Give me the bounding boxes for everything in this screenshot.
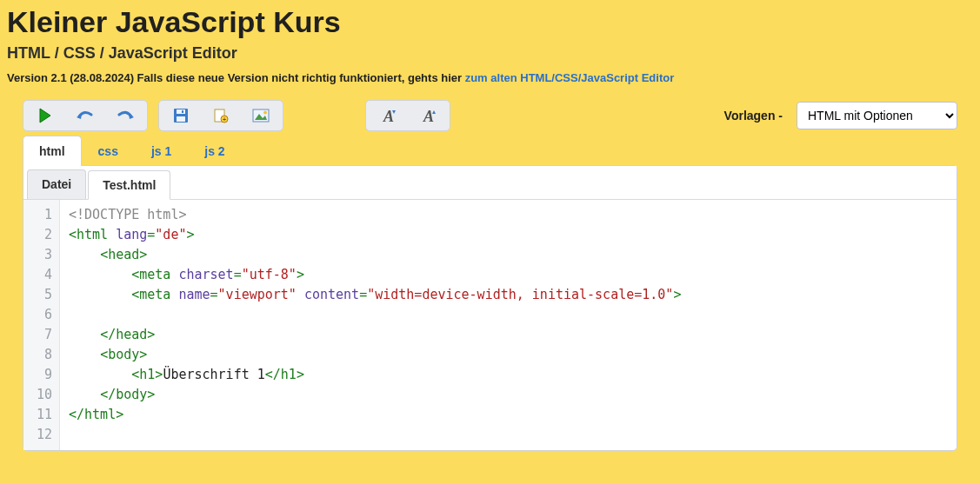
toolbar: + A A Vorlagen - HTML mit Optionen [23, 100, 957, 131]
page-subtitle: HTML / CSS / JavaScript Editor [7, 44, 973, 63]
filetype-tabs: html css js 1 js 2 [23, 135, 957, 165]
redo-icon [116, 109, 135, 122]
line-number: 6 [36, 305, 52, 325]
svg-point-12 [263, 111, 267, 115]
line-number: 1 [36, 205, 52, 225]
svg-text:A: A [383, 108, 394, 124]
line-number: 4 [36, 265, 52, 285]
tab-html[interactable]: html [23, 136, 82, 166]
font-increase-icon: A [418, 107, 437, 124]
line-gutter: 1 2 3 4 5 6 7 8 9 10 11 12 [23, 200, 60, 450]
line-number: 10 [36, 385, 52, 405]
tab-css[interactable]: css [82, 136, 135, 166]
redo-button[interactable] [105, 103, 145, 129]
line-number: 11 [36, 405, 52, 425]
font-decrease-button[interactable]: A [368, 103, 408, 129]
run-button[interactable] [25, 103, 65, 129]
file-tab-current[interactable]: Test.html [88, 170, 170, 200]
new-file-button[interactable]: + [201, 103, 241, 129]
line-number: 7 [36, 325, 52, 345]
line-number: 5 [36, 285, 52, 305]
code-line: <!DOCTYPE html> [69, 207, 186, 222]
svg-rect-5 [177, 116, 185, 122]
templates-select[interactable]: HTML mit Optionen [797, 102, 957, 129]
line-number: 2 [36, 225, 52, 245]
file-tabs: Datei Test.html [23, 166, 957, 200]
page-title: Kleiner JavaScript Kurs [7, 5, 973, 39]
tab-js2[interactable]: js 2 [188, 136, 241, 166]
image-button[interactable] [241, 103, 281, 129]
new-file-icon: + [213, 108, 229, 123]
code-line: Überschrift 1 [163, 367, 264, 382]
font-decrease-icon: A [378, 107, 397, 124]
line-number: 3 [36, 245, 52, 265]
svg-rect-4 [177, 109, 185, 114]
svg-rect-6 [182, 110, 183, 113]
image-icon [252, 109, 270, 123]
line-number: 12 [36, 425, 52, 445]
play-icon [38, 108, 52, 123]
undo-icon [76, 109, 95, 122]
toolbar-group-font: A A [365, 100, 450, 131]
line-number: 9 [36, 365, 52, 385]
floppy-icon [173, 108, 189, 123]
editor-panel: Datei Test.html 1 2 3 4 5 6 7 8 9 10 11 … [23, 165, 957, 451]
save-button[interactable] [161, 103, 201, 129]
line-number: 8 [36, 345, 52, 365]
undo-button[interactable] [65, 103, 105, 129]
svg-marker-0 [40, 109, 50, 123]
old-editor-link[interactable]: zum alten HTML/CSS/JavaScript Editor [465, 71, 675, 84]
toolbar-group-file: + [158, 100, 283, 131]
code-content[interactable]: <!DOCTYPE html> <html lang="de"> <head> … [60, 200, 690, 450]
toolbar-group-main [23, 100, 148, 131]
tab-js1[interactable]: js 1 [135, 136, 188, 166]
version-text: Version 2.1 (28.08.2024) Falls diese neu… [7, 71, 465, 84]
font-increase-button[interactable]: A [408, 103, 448, 129]
svg-text:+: + [223, 116, 226, 123]
file-tab-datei[interactable]: Datei [27, 169, 86, 199]
version-line: Version 2.1 (28.08.2024) Falls diese neu… [7, 71, 973, 84]
svg-text:A: A [423, 108, 434, 124]
code-editor[interactable]: 1 2 3 4 5 6 7 8 9 10 11 12 <!DOCTYPE htm… [23, 200, 957, 450]
templates-label: Vorlagen - [724, 109, 783, 123]
